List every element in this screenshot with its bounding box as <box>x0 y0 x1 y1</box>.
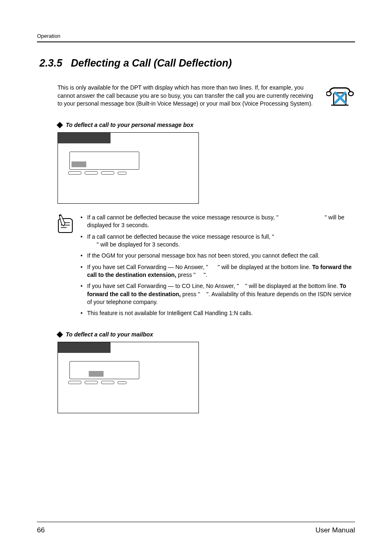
phone-transfer-icon <box>326 84 355 110</box>
diamond-icon <box>57 332 63 338</box>
note-item-6: This feature is not available for Intell… <box>80 309 355 317</box>
svg-point-1 <box>348 92 353 96</box>
softkey-1 <box>68 381 81 384</box>
box-title-bar <box>58 342 111 353</box>
doc-title: User Manual <box>316 526 355 534</box>
box-body <box>58 353 198 413</box>
svg-point-0 <box>326 92 331 96</box>
header-rule <box>37 41 355 42</box>
diamond-icon <box>57 122 63 128</box>
intro-paragraph: This is only available for the DPT with … <box>58 84 319 108</box>
pencil-note-icon <box>57 214 74 233</box>
display-screen <box>71 153 137 167</box>
softkey-3 <box>101 381 114 384</box>
subhead-2-text: To deflect a call to your mailbox <box>66 331 153 338</box>
page-number: 66 <box>37 526 45 534</box>
box-body <box>58 143 198 203</box>
box-spacer <box>67 175 189 193</box>
display-screen <box>71 363 137 377</box>
notes-section: If a call cannot be deflected because th… <box>57 214 355 320</box>
box-title-bar <box>58 133 111 143</box>
intro-row: This is only available for the DPT with … <box>58 84 355 110</box>
phone-display <box>69 361 139 379</box>
softkey-3 <box>101 171 114 175</box>
display-box-2 <box>58 342 199 413</box>
softkey-1 <box>68 171 81 175</box>
display-box-1 <box>58 132 199 204</box>
note-item-4: If you have set Call Forwarding — No Ans… <box>80 263 355 279</box>
svg-point-9 <box>59 214 61 216</box>
display-softlabel <box>71 161 86 167</box>
display-softlabel <box>89 371 104 377</box>
page-header: Operation <box>37 33 355 42</box>
softkey-2 <box>85 171 98 175</box>
section-label: Operation <box>37 33 355 39</box>
softkey-4 <box>118 381 127 384</box>
softkey-row <box>68 381 189 384</box>
softkey-row <box>68 171 189 175</box>
note-item-3: If the OGM for your personal message box… <box>80 252 355 260</box>
box-spacer <box>67 384 189 402</box>
subhead-2: To deflect a call to your mailbox <box>58 331 355 338</box>
subhead-1: To deflect a call to your personal messa… <box>58 122 355 128</box>
note-item-2: If a call cannot be deflected because th… <box>80 233 355 249</box>
softkey-4 <box>118 172 127 175</box>
note-item-5: If you have set Call Forwarding — to CO … <box>80 282 355 306</box>
notes-list: If a call cannot be deflected because th… <box>80 214 355 320</box>
title-text: Deflecting a Call (Call Deflection) <box>71 57 232 69</box>
footer-rule <box>37 522 355 522</box>
page-footer: 66 User Manual <box>37 522 355 534</box>
section-title: 2.3.5 Deflecting a Call (Call Deflection… <box>39 57 355 69</box>
note-item-1: If a call cannot be deflected because th… <box>80 214 355 230</box>
subhead-1-text: To deflect a call to your personal messa… <box>66 122 194 128</box>
title-number: 2.3.5 <box>39 57 62 69</box>
phone-display <box>69 152 139 170</box>
softkey-2 <box>85 381 98 384</box>
